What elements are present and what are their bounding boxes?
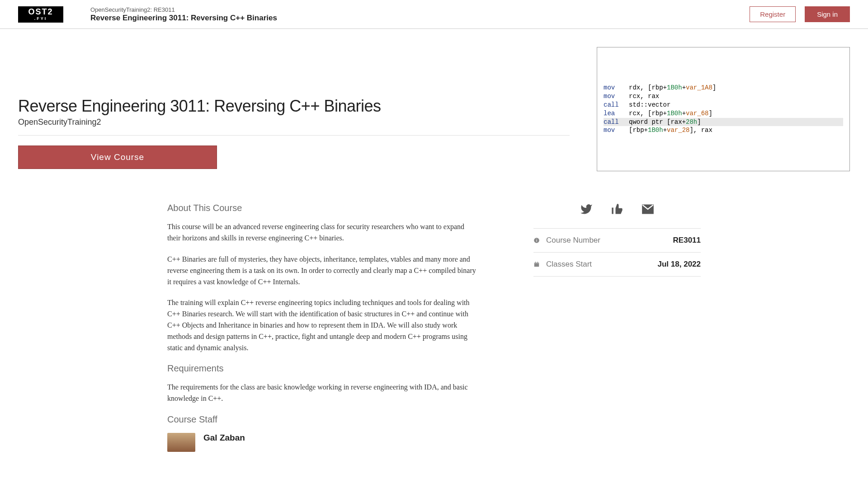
register-button[interactable]: Register	[750, 6, 796, 22]
about-heading: About This Course	[167, 203, 479, 213]
logo-main: OST2	[28, 8, 53, 16]
code-line: callstd::vector	[604, 101, 843, 109]
header-subtitle: OpenSecurityTraining2: RE3011	[90, 6, 277, 13]
thumbs-up-icon[interactable]	[611, 203, 623, 216]
svg-rect-5	[535, 262, 536, 263]
svg-rect-6	[538, 262, 538, 263]
about-paragraph: C++ Binaries are full of mysteries, they…	[167, 254, 479, 287]
meta-value: Jul 18, 2022	[658, 260, 701, 269]
twitter-icon[interactable]	[580, 203, 593, 216]
svg-rect-2	[536, 239, 537, 239]
calendar-icon	[533, 261, 540, 267]
course-org: OpenSecurityTraining2	[18, 117, 570, 127]
code-line: movrcx, rax	[604, 92, 843, 101]
code-line: callqword ptr [rax+28h]	[604, 118, 843, 127]
site-logo[interactable]: OST2 .FYI	[18, 6, 63, 23]
envelope-icon[interactable]	[642, 203, 654, 216]
header: OST2 .FYI OpenSecurityTraining2: RE3011 …	[0, 0, 868, 29]
divider	[18, 135, 570, 136]
requirements-heading: Requirements	[167, 363, 479, 374]
header-title: Reverse Engineering 3011: Reversing C++ …	[90, 14, 277, 23]
code-line: mov[rbp+1B0h+var_28], rax	[604, 126, 843, 135]
avatar	[167, 433, 195, 452]
signin-button[interactable]: Sign in	[805, 6, 850, 22]
view-course-button[interactable]: View Course	[18, 145, 217, 169]
code-line: learcx, [rbp+1B0h+var_68]	[604, 109, 843, 118]
requirements-paragraph: The requirements for the class are basic…	[167, 382, 479, 404]
code-preview: movrdx, [rbp+1B0h+var_1A8]movrcx, raxcal…	[597, 47, 850, 171]
about-paragraph: This course will be an advanced reverse …	[167, 221, 479, 244]
staff-name: Gal Zaban	[203, 433, 245, 443]
svg-rect-1	[536, 240, 537, 242]
course-title: Reverse Engineering 3011: Reversing C++ …	[18, 97, 570, 116]
svg-rect-4	[534, 263, 539, 263]
staff-heading: Course Staff	[167, 414, 479, 425]
meta-label: Classes Start	[546, 260, 658, 269]
meta-row-course-number: Course Number RE3011	[533, 229, 701, 253]
info-icon	[533, 237, 540, 244]
header-title-block: OpenSecurityTraining2: RE3011 Reverse En…	[90, 6, 277, 23]
code-line: movrdx, [rbp+1B0h+var_1A8]	[604, 84, 843, 92]
meta-row-start-date: Classes Start Jul 18, 2022	[533, 253, 701, 277]
about-paragraph: The training will explain C++ reverse en…	[167, 297, 479, 353]
meta-label: Course Number	[546, 236, 673, 245]
logo-sub: .FYI	[34, 17, 47, 21]
meta-value: RE3011	[673, 236, 701, 245]
